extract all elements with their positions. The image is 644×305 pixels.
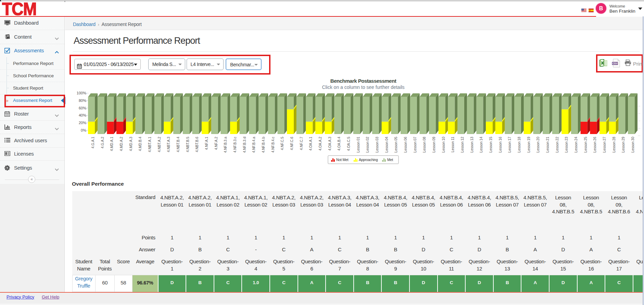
svg-text:4.NF.C.5: 4.NF.C.5 xyxy=(280,137,284,150)
svg-text:Lesson 09: Lesson 09 xyxy=(432,137,436,153)
svg-text:4.OA.A.3: 4.OA.A.3 xyxy=(328,137,332,151)
svg-text:Lesson 12: Lesson 12 xyxy=(460,137,464,153)
svg-text:Lesson 22: Lesson 22 xyxy=(555,137,559,153)
svg-text:Click on a column to see furth: Click on a column to see further details xyxy=(322,84,404,90)
svg-text:Lesson 26: Lesson 26 xyxy=(593,137,597,153)
svg-text:4.NBT.B.6: 4.NBT.B.6 xyxy=(195,137,199,152)
svg-text:20%: 20% xyxy=(79,121,86,125)
svg-text:4.MD.A.1: 4.MD.A.1 xyxy=(110,137,114,151)
svg-text:Not Met: Not Met xyxy=(336,158,349,162)
svg-text:Lesson 06: Lesson 06 xyxy=(404,137,407,153)
svg-text:4.NF.B.3.c: 4.NF.B.3.c xyxy=(233,137,237,152)
svg-text:4.NBT.B.4: 4.NBT.B.4 xyxy=(176,137,180,152)
svg-text:4.MD.A.2: 4.MD.A.2 xyxy=(119,137,123,151)
svg-text:4.NF.B.3.a: 4.NF.B.3.a xyxy=(224,137,227,153)
svg-text:Lesson 27: Lesson 27 xyxy=(603,137,606,153)
svg-text:Benchmark Postassessment: Benchmark Postassessment xyxy=(330,78,396,84)
svg-text:Lesson 24: Lesson 24 xyxy=(574,137,578,153)
svg-text:4.OA.A.1: 4.OA.A.1 xyxy=(309,137,313,151)
svg-text:4.G.A.2: 4.G.A.2 xyxy=(101,137,104,148)
svg-text:4.OA.C.5: 4.OA.C.5 xyxy=(347,137,351,151)
svg-text:4.NF.A.1: 4.NF.A.1 xyxy=(205,137,209,150)
svg-text:Lesson 25: Lesson 25 xyxy=(584,137,588,153)
svg-text:Lesson 14: Lesson 14 xyxy=(479,137,483,153)
svg-text:4.MD.A.3: 4.MD.A.3 xyxy=(129,137,133,151)
svg-text:4.NBT.B.5: 4.NBT.B.5 xyxy=(186,137,190,152)
svg-text:Lesson 17: Lesson 17 xyxy=(508,137,512,153)
svg-text:Lesson 28: Lesson 28 xyxy=(612,137,616,153)
svg-text:Lesson 08: Lesson 08 xyxy=(422,137,426,153)
svg-text:60%: 60% xyxy=(79,106,86,110)
svg-text:4.NBT.A.3: 4.NBT.A.3 xyxy=(167,137,171,152)
svg-text:4.NF.A.2: 4.NF.A.2 xyxy=(214,137,218,150)
svg-text:4.NF.B.4.c: 4.NF.B.4.c xyxy=(271,137,275,152)
svg-text:4.NF.B.3.d: 4.NF.B.3.d xyxy=(243,137,247,153)
svg-text:Lesson 29: Lesson 29 xyxy=(621,137,625,153)
svg-text:Lesson 20: Lesson 20 xyxy=(536,137,540,153)
svg-text:80%: 80% xyxy=(79,98,86,103)
svg-text:Lesson 19: Lesson 19 xyxy=(527,137,531,153)
svg-text:Met: Met xyxy=(387,158,393,162)
svg-text:40%: 40% xyxy=(79,113,86,117)
svg-text:4.NF.B.4.a: 4.NF.B.4.a xyxy=(252,137,256,153)
svg-text:Approaching: Approaching xyxy=(359,158,378,162)
svg-text:0%: 0% xyxy=(81,128,86,132)
svg-text:4.NF.B.4.b: 4.NF.B.4.b xyxy=(262,137,265,153)
svg-text:4.NBT.A.1: 4.NBT.A.1 xyxy=(148,137,152,152)
svg-text:Lesson 02: Lesson 02 xyxy=(366,137,369,153)
svg-text:Lesson 15: Lesson 15 xyxy=(489,137,493,153)
svg-text:4.NBT.A.2: 4.NBT.A.2 xyxy=(157,137,161,152)
svg-text:Lesson 18: Lesson 18 xyxy=(517,137,521,153)
svg-text:CSV: CSV xyxy=(612,62,618,65)
svg-text:4.NF.C.6: 4.NF.C.6 xyxy=(290,137,294,150)
svg-text:Lesson 03: Lesson 03 xyxy=(375,137,379,153)
svg-text:Lesson 30: Lesson 30 xyxy=(631,137,635,153)
svg-text:Lesson 13: Lesson 13 xyxy=(470,137,474,153)
svg-text:4.OA.A.2: 4.OA.A.2 xyxy=(318,137,322,151)
svg-text:4.NF.C.7: 4.NF.C.7 xyxy=(300,137,303,150)
svg-text:4.OA.B.4: 4.OA.B.4 xyxy=(337,137,341,151)
svg-text:Lesson 21: Lesson 21 xyxy=(546,137,550,153)
svg-text:Lesson 16: Lesson 16 xyxy=(498,137,502,153)
svg-text:Lesson 07: Lesson 07 xyxy=(413,137,417,153)
svg-text:100%: 100% xyxy=(77,91,86,95)
svg-text:4.G.A.1: 4.G.A.1 xyxy=(91,137,95,148)
svg-text:Lesson 05: Lesson 05 xyxy=(394,137,398,153)
svg-text:Lesson 11: Lesson 11 xyxy=(451,137,455,152)
svg-text:Lesson 23: Lesson 23 xyxy=(565,137,568,153)
svg-text:Lesson 04: Lesson 04 xyxy=(385,137,389,153)
svg-text:Lesson 10: Lesson 10 xyxy=(442,137,445,153)
svg-text:Lesson 01: Lesson 01 xyxy=(356,137,360,153)
svg-text:4.MD.B.4: 4.MD.B.4 xyxy=(138,137,142,151)
